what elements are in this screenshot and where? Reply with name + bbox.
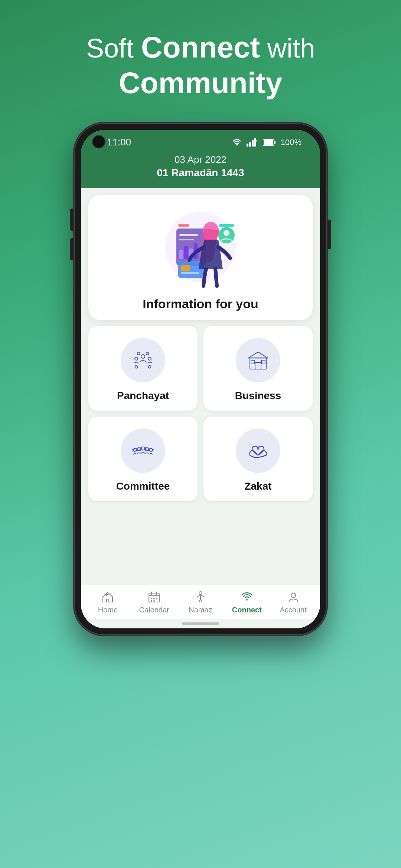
camera-hole xyxy=(92,135,105,148)
business-icon xyxy=(246,348,270,372)
svg-rect-8 xyxy=(264,140,273,145)
connect-nav-icon xyxy=(241,591,253,604)
info-card: Information for you xyxy=(88,195,313,320)
wifi-icon xyxy=(232,138,242,147)
svg-rect-24 xyxy=(178,224,189,227)
zakat-icon xyxy=(246,439,270,463)
nav-calendar-label: Calendar xyxy=(139,606,169,614)
svg-rect-18 xyxy=(181,265,190,271)
nav-account-label: Account xyxy=(280,606,306,614)
nav-home[interactable]: Home xyxy=(89,591,126,614)
headline-soft: Soft xyxy=(86,33,141,63)
committee-label: Committee xyxy=(116,480,170,492)
nav-namaz[interactable]: Namaz xyxy=(182,591,219,614)
headline-community: Community xyxy=(119,66,282,99)
panchayat-label: Panchayat xyxy=(117,390,169,402)
svg-rect-14 xyxy=(184,246,188,259)
business-label: Business xyxy=(235,390,281,402)
nav-home-label: Home xyxy=(98,606,118,614)
svg-rect-7 xyxy=(274,141,276,144)
svg-point-49 xyxy=(150,448,153,451)
nav-connect[interactable]: Connect xyxy=(228,591,265,614)
home-nav-icon xyxy=(101,591,114,604)
info-card-title: Information for you xyxy=(143,297,258,311)
svg-rect-33 xyxy=(255,362,261,369)
svg-point-30 xyxy=(135,366,138,368)
svg-rect-12 xyxy=(179,239,194,240)
nav-namaz-label: Namaz xyxy=(189,606,212,614)
phone-header: 11:00 xyxy=(81,130,320,188)
svg-point-58 xyxy=(156,598,157,599)
hijri-date: 01 Ramadān 1443 xyxy=(81,167,320,179)
phone-shell: 11:00 xyxy=(74,123,327,635)
zakat-icon-circle xyxy=(236,428,280,473)
svg-point-29 xyxy=(146,352,149,355)
committee-icon-circle xyxy=(121,428,165,473)
battery-percent: 100% xyxy=(281,138,301,147)
phone-content: Information for you xyxy=(81,188,320,628)
svg-point-63 xyxy=(291,593,296,598)
namaz-nav-icon xyxy=(194,591,207,604)
status-icons: LTE 100% xyxy=(232,138,301,147)
svg-point-37 xyxy=(133,448,136,451)
panchayat-card[interactable]: Panchayat xyxy=(88,326,198,411)
panchayat-icon xyxy=(131,348,155,372)
svg-point-31 xyxy=(149,366,151,368)
svg-text:LTE: LTE xyxy=(256,139,258,143)
committee-card[interactable]: Committee xyxy=(88,417,198,501)
illustration xyxy=(156,206,245,288)
svg-rect-34 xyxy=(251,360,255,364)
svg-point-57 xyxy=(153,598,155,599)
svg-rect-13 xyxy=(179,250,183,259)
signal-icon: LTE xyxy=(247,138,258,147)
svg-rect-11 xyxy=(179,234,198,236)
date-display: 03 Apr 2022 01 Ramadān 1443 xyxy=(81,148,320,188)
svg-point-43 xyxy=(141,447,145,450)
svg-point-28 xyxy=(137,352,140,355)
headline: Soft Connect with Community xyxy=(64,30,337,101)
svg-point-40 xyxy=(137,448,140,451)
nav-calendar[interactable]: Calendar xyxy=(136,591,173,614)
feature-grid: Panchayat xyxy=(88,326,313,501)
svg-rect-23 xyxy=(219,224,234,227)
zakat-card[interactable]: Zakat xyxy=(203,417,313,501)
bottom-navigation: Home xyxy=(81,585,320,619)
nav-connect-label: Connect xyxy=(232,606,262,614)
status-bar: 11:00 xyxy=(81,130,320,148)
gregorian-date: 03 Apr 2022 xyxy=(81,154,320,165)
account-nav-icon xyxy=(287,591,300,604)
svg-point-59 xyxy=(151,600,152,602)
svg-rect-35 xyxy=(261,360,265,364)
svg-point-62 xyxy=(246,599,248,601)
svg-point-26 xyxy=(135,357,138,360)
calendar-nav-icon xyxy=(148,591,160,604)
svg-rect-19 xyxy=(181,272,199,274)
svg-rect-3 xyxy=(252,140,254,147)
svg-point-22 xyxy=(224,230,229,236)
zakat-label: Zakat xyxy=(244,480,271,492)
headline-with: with xyxy=(260,33,315,63)
svg-point-60 xyxy=(153,600,155,602)
svg-marker-0 xyxy=(235,143,239,146)
svg-rect-2 xyxy=(249,142,251,147)
status-time: 11:00 xyxy=(107,137,131,148)
svg-point-27 xyxy=(148,357,151,360)
phone-screen: 11:00 xyxy=(81,130,320,628)
svg-point-25 xyxy=(141,355,145,358)
battery-icon xyxy=(263,139,276,146)
svg-point-56 xyxy=(151,598,152,599)
business-icon-circle xyxy=(236,338,280,382)
headline-connect: Connect xyxy=(141,31,260,64)
svg-point-46 xyxy=(146,448,149,451)
committee-icon xyxy=(131,439,155,463)
panchayat-icon-circle xyxy=(121,338,165,382)
home-indicator xyxy=(81,619,320,628)
phone-mockup: 11:00 xyxy=(74,123,327,635)
svg-rect-1 xyxy=(247,144,248,147)
business-card[interactable]: Business xyxy=(203,326,313,411)
nav-account[interactable]: Account xyxy=(275,591,312,614)
